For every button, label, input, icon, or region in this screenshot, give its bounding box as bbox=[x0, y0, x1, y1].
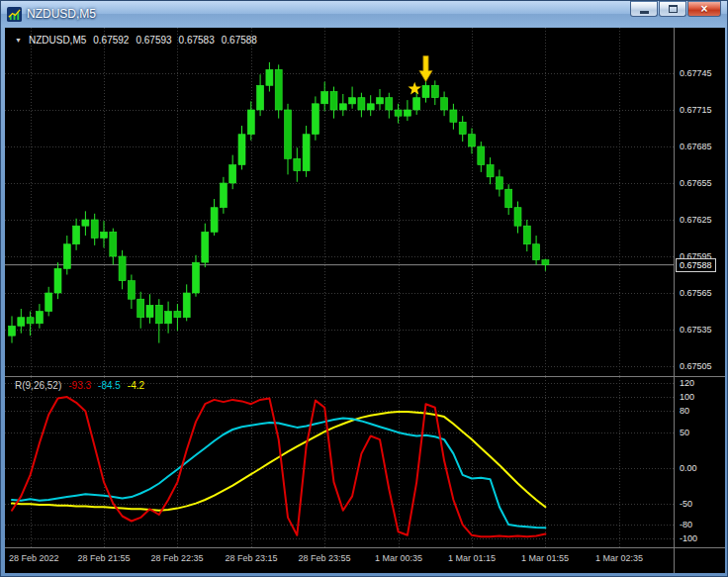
candle bbox=[257, 85, 264, 110]
indicator-axis-label: 0.00 bbox=[680, 463, 697, 473]
candle bbox=[36, 312, 43, 324]
candle bbox=[523, 226, 530, 244]
candle bbox=[339, 104, 346, 110]
time-axis-label: 28 Feb 21:55 bbox=[77, 553, 130, 563]
indicator-grid bbox=[5, 377, 674, 547]
main-chart-panel: ▼ NZDUSD,M5 0.67592 0.67593 0.67583 0.67… bbox=[5, 28, 725, 376]
axis-divider bbox=[674, 28, 675, 573]
candle bbox=[101, 232, 108, 238]
mt4-window: NZDUSD,M5 × ▼ NZDUSD,M5 0.67592 0.67593 … bbox=[0, 0, 728, 577]
candle bbox=[137, 299, 144, 318]
maximize-icon bbox=[669, 5, 678, 13]
indicator-value-1: -93.3 bbox=[68, 380, 91, 391]
indicator-value-2: -84.5 bbox=[98, 380, 121, 391]
candle bbox=[229, 165, 236, 184]
R9-line bbox=[12, 397, 545, 536]
candle bbox=[220, 183, 227, 208]
candle bbox=[487, 165, 494, 177]
indicator-axis[interactable]: 12010080500.00-50-80-100 bbox=[675, 377, 725, 547]
close-button[interactable]: × bbox=[687, 1, 721, 17]
candle bbox=[211, 208, 218, 233]
candle bbox=[63, 244, 70, 269]
candles bbox=[9, 62, 549, 343]
candle bbox=[514, 208, 521, 227]
candle bbox=[155, 305, 162, 324]
indicator-axis-label: 100 bbox=[680, 392, 694, 402]
sell-arrow-icon bbox=[419, 56, 432, 82]
time-axis-label: 1 Mar 01:15 bbox=[448, 553, 496, 563]
candle bbox=[165, 312, 172, 324]
candle bbox=[542, 260, 549, 265]
candle bbox=[349, 98, 356, 104]
candle bbox=[54, 268, 61, 293]
candle bbox=[27, 318, 34, 324]
candle bbox=[441, 98, 448, 110]
candle bbox=[450, 110, 457, 122]
minimize-icon bbox=[640, 11, 649, 14]
candle bbox=[422, 85, 429, 97]
low-value: 0.67583 bbox=[179, 35, 215, 46]
price-axis-label: 0.67685 bbox=[680, 142, 712, 151]
close-icon: × bbox=[700, 3, 707, 15]
candle bbox=[358, 98, 365, 110]
candle bbox=[505, 189, 512, 208]
candle bbox=[46, 293, 52, 312]
title-bar[interactable]: NZDUSD,M5 × bbox=[1, 1, 727, 27]
candle bbox=[73, 226, 80, 244]
close-value: 0.67588 bbox=[222, 35, 257, 46]
minimize-button[interactable] bbox=[630, 1, 658, 17]
candle bbox=[128, 281, 135, 300]
price-axis-label: 0.67745 bbox=[680, 68, 712, 78]
price-axis[interactable]: 0.67588 0.677450.677150.676850.676550.67… bbox=[675, 28, 725, 376]
candle bbox=[321, 92, 328, 104]
candle bbox=[238, 135, 245, 165]
window-controls: × bbox=[629, 1, 721, 17]
candlestick-chart[interactable] bbox=[5, 28, 674, 376]
time-axis-label: 1 Mar 02:35 bbox=[595, 553, 643, 563]
candle bbox=[386, 98, 393, 110]
price-axis-label: 0.67715 bbox=[680, 105, 712, 115]
time-axis-label: 28 Feb 22:35 bbox=[150, 553, 203, 563]
indicator-axis-label: 50 bbox=[680, 428, 689, 437]
price-axis-label: 0.67655 bbox=[680, 178, 712, 188]
candle bbox=[404, 110, 410, 116]
candle bbox=[367, 104, 374, 110]
candle bbox=[119, 256, 126, 281]
candle bbox=[330, 92, 337, 111]
candle bbox=[303, 135, 310, 171]
time-axis-label: 28 Feb 2022 bbox=[9, 553, 59, 563]
symbol-label: NZDUSD,M5 bbox=[29, 35, 86, 46]
indicator-axis-label: 80 bbox=[680, 406, 689, 416]
time-axis-label: 28 Feb 23:15 bbox=[225, 553, 277, 563]
time-axis[interactable]: 28 Feb 202228 Feb 21:5528 Feb 22:3528 Fe… bbox=[5, 548, 725, 573]
indicator-value-3: -4.2 bbox=[128, 380, 144, 391]
time-axis-label: 1 Mar 01:55 bbox=[521, 553, 569, 563]
candle bbox=[9, 326, 16, 336]
chevron-down-icon[interactable]: ▼ bbox=[15, 37, 22, 44]
indicator-label: R(9,26,52) -93.3 -84.5 -4.2 bbox=[15, 380, 144, 391]
main-grid bbox=[5, 28, 674, 376]
candle bbox=[91, 220, 98, 239]
candle bbox=[285, 110, 292, 158]
candle bbox=[193, 262, 200, 293]
app-icon bbox=[7, 7, 22, 22]
candle bbox=[377, 98, 384, 104]
candle bbox=[533, 244, 540, 260]
candle bbox=[395, 110, 402, 116]
candle bbox=[247, 110, 254, 135]
indicator-chart[interactable] bbox=[5, 377, 674, 547]
candle bbox=[174, 312, 181, 318]
indicator-axis-label: -80 bbox=[680, 520, 692, 529]
candle bbox=[82, 220, 89, 226]
candle bbox=[110, 232, 117, 256]
candle bbox=[496, 177, 502, 189]
candle bbox=[183, 293, 190, 318]
window-title: NZDUSD,M5 bbox=[27, 7, 96, 21]
high-value: 0.67593 bbox=[136, 35, 171, 46]
maximize-button[interactable] bbox=[659, 1, 686, 17]
candle bbox=[478, 146, 485, 165]
candle bbox=[459, 122, 466, 134]
candle bbox=[146, 305, 153, 317]
indicator-panel: R(9,26,52) -93.3 -84.5 -4.2 12010080500.… bbox=[5, 377, 725, 547]
candle bbox=[18, 318, 25, 327]
